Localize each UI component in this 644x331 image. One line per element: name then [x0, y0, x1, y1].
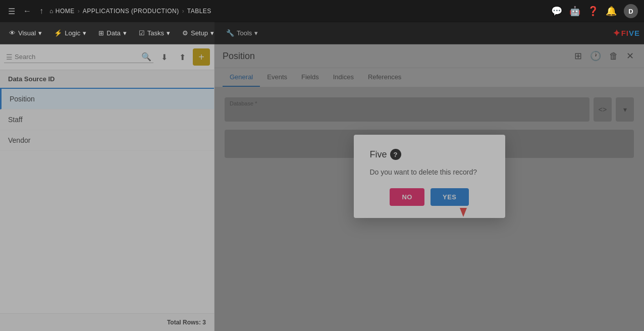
data-icon: ⊞	[98, 29, 104, 37]
form-row-2	[225, 130, 634, 158]
data-menu[interactable]: ⊞ Data ▾	[93, 26, 131, 40]
list-item-label: Position	[10, 95, 35, 103]
cursor-arrow	[460, 208, 467, 217]
visual-icon: 👁	[9, 29, 16, 37]
nav-right: 💬 🤖 ❓ 🔔 D	[551, 4, 638, 18]
logic-menu[interactable]: ⚡ Logic ▾	[49, 26, 91, 40]
search-icon[interactable]: 🔍	[141, 52, 151, 62]
tasks-label: Tasks	[147, 29, 164, 37]
breadcrumb: ⌂ HOME › APPLICATIONS (PRODUCTION) › TAB…	[49, 8, 211, 15]
app-breadcrumb[interactable]: APPLICATIONS (PRODUCTION)	[83, 8, 179, 15]
main-header: Position ⊞ 🕐 🗑 ✕	[214, 44, 644, 68]
sidebar: ☰ 🔍 ⬇ ⬆ + Data Source ID Position Staff …	[0, 44, 214, 331]
back-icon[interactable]: ←	[21, 5, 33, 18]
tabs: General Events Fields Indices References	[214, 68, 644, 87]
tab-references[interactable]: References	[361, 68, 408, 87]
dialog-message: Do you want to delete this record?	[370, 168, 489, 176]
secondary-toolbar: 👁 Visual ▾ ⚡ Logic ▾ ⊞ Data ▾ ☑ Tasks ▾ …	[0, 22, 644, 44]
visual-label: Visual	[18, 29, 36, 37]
setup-arrow: ▾	[210, 29, 214, 37]
code-icon: <>	[599, 105, 607, 114]
tab-label: Indices	[333, 73, 354, 81]
history-icon[interactable]: 🕐	[588, 48, 603, 64]
close-icon[interactable]: ✕	[624, 48, 636, 64]
visual-arrow: ▾	[38, 29, 42, 37]
sidebar-toolbar: ☰ 🔍 ⬇ ⬆ +	[0, 44, 214, 70]
upload-button[interactable]: ⬆	[175, 49, 190, 65]
top-nav: ☰ ← ↑ ⌂ HOME › APPLICATIONS (PRODUCTION)…	[0, 0, 644, 22]
tab-label: Events	[267, 73, 287, 81]
logo-text: FIVE	[621, 29, 640, 37]
support-icon[interactable]: 💬	[551, 6, 562, 17]
database-field[interactable]: Database *	[225, 97, 589, 122]
download-button[interactable]: ⬇	[156, 49, 172, 65]
sidebar-header: Data Source ID	[0, 70, 214, 89]
grid-view-icon[interactable]: ⊞	[572, 48, 584, 64]
nav-left: ☰ ← ↑ ⌂ HOME › APPLICATIONS (PRODUCTION)…	[6, 5, 547, 18]
tools-label: Tools	[237, 29, 252, 37]
header-actions: ⊞ 🕐 🗑 ✕	[572, 48, 636, 64]
filter-icon: ☰	[6, 53, 13, 61]
breadcrumb-sep-1: ›	[78, 8, 80, 15]
home-icon: ⌂	[49, 8, 53, 15]
tab-indices[interactable]: Indices	[326, 68, 361, 87]
robot-icon[interactable]: 🤖	[569, 6, 580, 17]
chevron-down-icon: ▾	[623, 105, 627, 114]
yes-button[interactable]: YES	[431, 188, 469, 206]
dropdown-button[interactable]: ▾	[616, 97, 634, 122]
code-button[interactable]: <>	[594, 97, 612, 122]
sidebar-list: Position Staff Vendor	[0, 89, 214, 313]
tab-general[interactable]: General	[223, 68, 260, 87]
logic-arrow: ▾	[83, 29, 86, 37]
main-content: Position ⊞ 🕐 🗑 ✕ General Events Fields I…	[214, 44, 644, 331]
tab-label: General	[230, 73, 253, 81]
menu-icon[interactable]: ☰	[6, 5, 17, 18]
tasks-icon: ☑	[139, 29, 145, 37]
form-row-database: Database * <> ▾	[225, 97, 634, 122]
sidebar-footer: Total Rows: 3	[0, 313, 214, 331]
dialog-actions: NO YES	[370, 188, 489, 206]
five-logo: ✦ FIVE	[613, 28, 640, 39]
tasks-menu[interactable]: ☑ Tasks ▾	[134, 26, 175, 40]
dialog-help-icon: ?	[390, 149, 401, 160]
content-area: ☰ 🔍 ⬇ ⬆ + Data Source ID Position Staff …	[0, 44, 644, 331]
data-arrow: ▾	[123, 29, 127, 37]
form-area: Database * <> ▾ Five ? Do	[214, 87, 644, 331]
tab-events[interactable]: Events	[260, 68, 294, 87]
help-icon[interactable]: ❓	[587, 6, 599, 17]
bell-icon[interactable]: 🔔	[606, 6, 617, 17]
breadcrumb-sep-2: ›	[182, 8, 184, 15]
logic-label: Logic	[65, 29, 80, 37]
data-label: Data	[106, 29, 120, 37]
dialog: Five ? Do you want to delete this record…	[354, 135, 505, 218]
up-icon[interactable]: ↑	[37, 5, 45, 18]
logo-symbol: ✦	[613, 28, 620, 39]
list-item-label: Vendor	[8, 136, 30, 144]
home-breadcrumb[interactable]: ⌂ HOME	[49, 8, 75, 15]
tab-label: References	[368, 73, 401, 81]
list-item-vendor[interactable]: Vendor	[0, 130, 214, 151]
avatar[interactable]: D	[624, 4, 638, 18]
database-label: Database *	[230, 100, 257, 106]
setup-icon: ⚙	[182, 29, 188, 37]
main-title: Position	[223, 51, 255, 62]
dialog-title: Five ?	[370, 149, 489, 160]
add-button[interactable]: +	[193, 48, 210, 66]
tables-breadcrumb[interactable]: TABLES	[187, 8, 211, 15]
tab-fields[interactable]: Fields	[294, 68, 326, 87]
tools-menu[interactable]: 🔧 Tools ▾	[221, 26, 263, 40]
tasks-arrow: ▾	[167, 29, 170, 37]
no-button[interactable]: NO	[390, 188, 424, 206]
list-item-position[interactable]: Position	[0, 89, 214, 109]
tools-arrow: ▾	[254, 29, 258, 37]
home-label: HOME	[56, 8, 75, 15]
list-item-label: Staff	[8, 116, 23, 124]
visual-menu[interactable]: 👁 Visual ▾	[4, 26, 47, 40]
search-input[interactable]	[15, 53, 141, 61]
tab-label: Fields	[301, 73, 319, 81]
list-item-staff[interactable]: Staff	[0, 109, 214, 130]
setup-menu[interactable]: ⚙ Setup ▾	[177, 26, 219, 40]
delete-icon[interactable]: 🗑	[607, 49, 620, 64]
setup-label: Setup	[191, 29, 208, 37]
logic-icon: ⚡	[54, 29, 62, 37]
